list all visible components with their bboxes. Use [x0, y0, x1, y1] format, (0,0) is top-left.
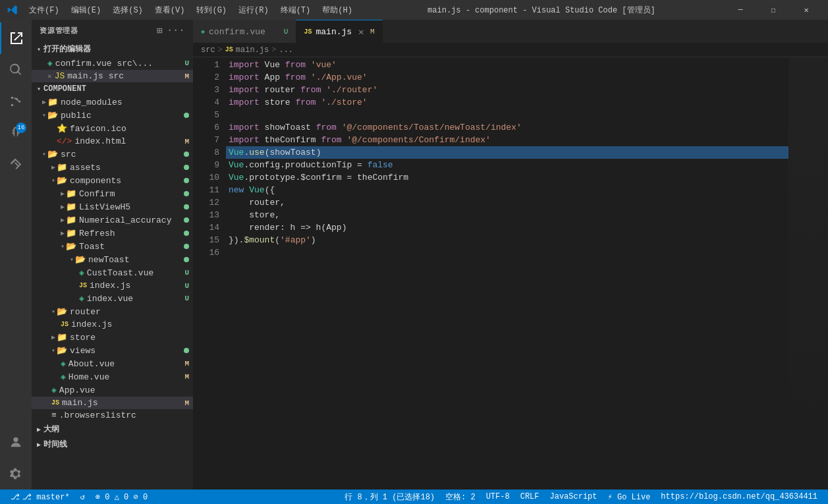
breadcrumb-more[interactable]: ... — [279, 45, 293, 55]
menu-goto[interactable]: 转到(G) — [191, 3, 232, 17]
open-editors-section-header[interactable]: ▾ 打开的编辑器 — [32, 42, 193, 57]
new-file-icon[interactable]: ⊞ — [157, 25, 163, 36]
vue-icon: ◈ — [61, 358, 66, 369]
code-editor[interactable]: 1 2 3 4 5 6 7 8 9 10 11 12 13 14 15 16 i… — [193, 57, 828, 490]
folder-open-icon: 📂 — [47, 149, 58, 159]
folder-icon: 📁 — [66, 202, 76, 212]
file-index-vue-toast[interactable]: ◈ index.vue U — [32, 292, 193, 305]
maximize-button[interactable]: ☐ — [758, 0, 788, 20]
breadcrumb-sep2: > — [271, 45, 276, 55]
js-tab-icon: JS — [304, 28, 312, 36]
file-home-vue[interactable]: ◈ Home.vue M — [32, 370, 193, 383]
vue-icon: ◈ — [51, 385, 57, 395]
timeline-label: 时间线 — [43, 439, 67, 450]
tab-main-js[interactable]: JS main.js ✕ M — [296, 20, 382, 43]
open-editors-arrow: ▾ — [37, 45, 41, 53]
svg-point-0 — [11, 97, 14, 99]
errors-status[interactable]: ⊗ 0 △ 0 ⊘ 0 — [90, 490, 153, 504]
svg-point-1 — [11, 104, 14, 107]
folder-src[interactable]: ▾ 📂 src — [32, 148, 193, 161]
file-about-vue[interactable]: ◈ About.vue M — [32, 357, 193, 370]
minimize-button[interactable]: ─ — [725, 0, 756, 20]
folder-arrow: ▶ — [61, 216, 65, 224]
modified-dot — [184, 257, 189, 262]
file-name: CustToast.vue — [87, 268, 153, 278]
file-name: index.vue — [87, 294, 133, 304]
activity-account[interactable] — [0, 426, 32, 458]
folder-router[interactable]: ▾ 📂 router — [32, 305, 193, 318]
breadcrumb-filename[interactable]: main.js — [236, 45, 269, 55]
line-ending-text: CRLF — [520, 492, 539, 501]
modified-dot — [184, 178, 189, 183]
folder-icon: 📁 — [57, 332, 67, 343]
code-line-16 — [226, 246, 788, 259]
folder-newtoast[interactable]: ▾ 📂 newToast — [32, 253, 193, 266]
tabs-bar: ◈ confirm.vue U JS main.js ✕ M — [193, 20, 828, 43]
file-app-vue[interactable]: ◈ App.vue — [32, 383, 193, 397]
sidebar-content: ▾ 打开的编辑器 ◈ confirm.vue src\... U ✕ JS ma… — [32, 42, 193, 490]
breadcrumb-js[interactable]: JS — [225, 46, 233, 53]
file-favicon[interactable]: ⭐ favicon.ico — [32, 122, 193, 135]
language-status[interactable]: JavaScript — [545, 490, 603, 504]
menu-edit[interactable]: 编辑(E) — [66, 3, 107, 17]
folder-components[interactable]: ▾ 📂 components — [32, 174, 193, 187]
activity-extensions[interactable] — [0, 149, 32, 181]
tab-close-icon[interactable] — [269, 26, 280, 37]
folder-numerical[interactable]: ▶ 📁 Numerical_accuracy — [32, 213, 193, 227]
file-main-js[interactable]: JS main.js M — [32, 397, 193, 409]
indent-status[interactable]: 空格: 2 — [440, 490, 481, 504]
modified-dot — [184, 191, 189, 196]
folder-listviewh5[interactable]: ▶ 📁 ListViewH5 — [32, 200, 193, 213]
menu-help[interactable]: 帮助(H) — [317, 3, 358, 17]
timeline-section-header[interactable]: ▶ 时间线 — [32, 437, 193, 452]
menu-run[interactable]: 运行(R) — [233, 3, 274, 17]
close-icon[interactable]: ✕ — [47, 72, 52, 80]
svg-point-3 — [13, 437, 18, 442]
outline-section-header[interactable]: ▶ 大纲 — [32, 422, 193, 437]
more-actions-icon[interactable]: ··· — [167, 25, 185, 36]
code-content[interactable]: import Vue from 'vue' import App from '.… — [226, 57, 788, 490]
file-index-html[interactable]: </> index.html M — [32, 135, 193, 148]
file-router-index[interactable]: JS index.js — [32, 318, 193, 331]
file-custtoast[interactable]: ◈ CustToast.vue U — [32, 266, 193, 279]
activity-explorer[interactable] — [0, 22, 32, 54]
close-button[interactable]: ✕ — [791, 0, 821, 20]
activity-git[interactable] — [0, 86, 32, 117]
folder-assets[interactable]: ▶ 📁 assets — [32, 161, 193, 174]
folder-node-modules[interactable]: ▶ 📁 node_modules — [32, 96, 193, 109]
folder-toast[interactable]: ▾ 📂 Toast — [32, 240, 193, 253]
open-editor-confirm-vue[interactable]: ◈ confirm.vue src\... U — [32, 57, 193, 70]
menu-file[interactable]: 文件(F) — [24, 3, 65, 17]
menu-selection[interactable]: 选择(S) — [107, 3, 148, 17]
folder-confirm[interactable]: ▶ 📁 Confirm — [32, 187, 193, 200]
folder-refresh[interactable]: ▶ 📁 Refresh — [32, 227, 193, 240]
tab-close-icon[interactable]: ✕ — [356, 26, 366, 37]
file-index-js-toast[interactable]: JS index.js U — [32, 279, 193, 292]
activity-debug[interactable]: 16 — [0, 117, 32, 149]
encoding-status[interactable]: UTF-8 — [481, 490, 515, 504]
folder-arrow: ▶ — [61, 229, 65, 237]
folder-open-icon: 📂 — [75, 254, 86, 265]
menu-view[interactable]: 查看(V) — [150, 3, 190, 17]
folder-views[interactable]: ▾ 📂 views — [32, 344, 193, 357]
sync-status[interactable]: ↺ — [75, 490, 90, 504]
activity-search[interactable] — [0, 54, 32, 86]
csdn-link-status[interactable]: https://blog.csdn.net/qq_43634411 — [655, 490, 823, 504]
folder-open-icon: 📂 — [57, 306, 67, 317]
breadcrumb-src[interactable]: src — [201, 45, 215, 55]
component-section-header[interactable]: ▾ COMPONENT — [32, 82, 193, 96]
go-live-status[interactable]: ⚡ Go Live — [603, 490, 656, 504]
line-ending-status[interactable]: CRLF — [515, 490, 545, 504]
menu-bar[interactable]: 文件(F) 编辑(E) 选择(S) 查看(V) 转到(G) 运行(R) 终端(T… — [24, 3, 358, 17]
folder-store[interactable]: ▶ 📁 store — [32, 331, 193, 344]
menu-terminal[interactable]: 终端(T) — [275, 3, 316, 17]
code-line-10: Vue.prototype.$confirm = theConfirm — [226, 171, 788, 184]
debug-badge: 16 — [16, 123, 26, 133]
cursor-position-status[interactable]: 行 8，列 1 (已选择18) — [339, 490, 440, 504]
activity-settings[interactable] — [0, 458, 32, 490]
tab-confirm-vue[interactable]: ◈ confirm.vue U — [193, 20, 296, 43]
git-branch-status[interactable]: ⎇ ⎇ master* — [5, 490, 75, 504]
folder-public[interactable]: ▾ 📂 public — [32, 109, 193, 122]
file-browserslistrc[interactable]: ≡ .browserslistrc — [32, 409, 193, 422]
open-editor-main-js[interactable]: ✕ JS main.js src M — [32, 70, 193, 82]
